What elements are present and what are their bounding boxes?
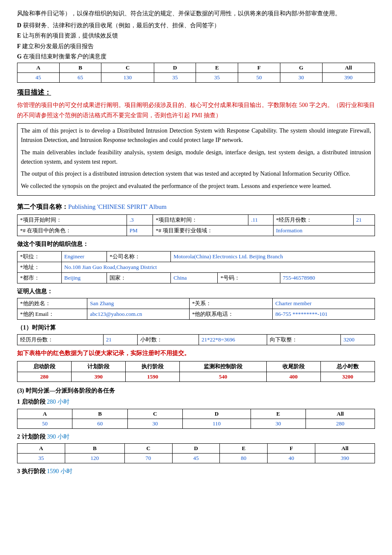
desc-line-4: We collected the synopsis on the project…	[21, 182, 371, 191]
p1-h-A: A	[17, 409, 72, 419]
project-desc-prompt: 你管理的项目中的可交付成果进行阐明。项目阐明必须涉及目的、核心可交付成果和项目输…	[17, 100, 375, 121]
months-label: *经历月份数：	[273, 215, 353, 225]
end-value: .11	[248, 215, 273, 225]
red-notice: 如下表格中的红色数据为了以便大家记录，实际注册时不用提交。	[17, 349, 375, 358]
item-F: F 建立和分发最后的项目报告	[17, 42, 375, 51]
val-B: 65	[59, 72, 101, 82]
p1-h-C: C	[127, 409, 182, 419]
desc-line-1: The aim of this project is to develop a …	[21, 126, 371, 145]
desc-line-2: The main deliverables include feasibilit…	[21, 148, 371, 167]
p2-v-D: 45	[172, 453, 220, 463]
summary-table: A B C D E F G All 45 65 130 35 35 50 30 …	[17, 63, 375, 83]
hours-calc-label: 小时数：	[137, 335, 199, 345]
val-F: 50	[238, 72, 280, 82]
p2-h-D: D	[172, 443, 220, 453]
p1-v-E: 30	[251, 419, 306, 428]
val-D: 35	[154, 72, 196, 82]
project-desc-title: 项目描述：	[17, 87, 375, 98]
phase-h-1: 启动阶段	[17, 361, 72, 372]
address-label: *地址：	[17, 262, 62, 272]
phase3-header: 3 执行阶段 1590 小时	[17, 467, 375, 476]
phase-v-5: 400	[266, 372, 320, 382]
end-label: *项目结束时间：	[153, 215, 248, 225]
val-G: 30	[280, 72, 322, 82]
industry-value: Information	[273, 225, 375, 236]
p2-h-B: B	[65, 443, 124, 453]
country-label: 国家：	[107, 272, 171, 283]
item-D: D 获得财务、法律和行政的项目收尾（例如，最后的支付、担保、合同签字）	[17, 21, 375, 30]
company-label: *公司名称：	[107, 251, 171, 262]
round-label: 向下取整：	[267, 335, 340, 345]
project-desc-box: The aim of this project is to develop a …	[17, 123, 375, 196]
col-All: All	[322, 63, 375, 72]
val-All: 390	[322, 72, 375, 82]
witness-email-value: abc123@yahoo.com.cn	[87, 309, 190, 319]
witness-info-table: *他的姓名： San Zhang *关系： Charter member *他的…	[17, 298, 375, 320]
org-info-table: *职位： Engineer *公司名称： Motorola(China) Ele…	[17, 251, 375, 283]
country-value: China	[171, 272, 218, 283]
zip-label: *号码：	[218, 272, 280, 283]
phase2-table: A B C D E F All 35 120 70 45 80 40 390	[17, 443, 375, 463]
phase-h-5: 收尾阶段	[266, 361, 320, 372]
address-value: No.108 Jian Guo Road,Chaoyang District	[61, 262, 375, 272]
phase-summary-table: 启动阶段 计划阶段 执行阶段 监测和控制阶段 收尾阶段 总小时数 280 390…	[17, 361, 375, 382]
witness-title: 证明人信息：	[17, 287, 375, 296]
top-paragraph: 风险和事件日记等），以保存组织的知识、符合法定的规定、并保证数据的可用性，以供将…	[17, 9, 375, 18]
col-D: D	[154, 63, 196, 72]
col-C: C	[101, 63, 154, 72]
val-E: 35	[196, 72, 238, 82]
company-value: Motorola(China) Electronics Ltd. Beijing…	[171, 251, 375, 262]
witness-name-label: *他的姓名：	[17, 298, 87, 309]
witness-phone-value: 86-755 *********-101	[273, 309, 375, 319]
col-B: B	[59, 63, 101, 72]
industry-label: *# 项目重要行业领域：	[153, 225, 273, 236]
p1-h-E: E	[251, 409, 306, 419]
p2-h-E: E	[220, 443, 268, 453]
position-value: Engineer	[61, 251, 107, 262]
phase-v-6: 3200	[320, 372, 375, 382]
p1-v-A: 50	[17, 419, 72, 428]
org-title: 做这个项目时的组织信息：	[17, 240, 375, 249]
p1-h-D: D	[183, 409, 251, 419]
phase2-header: 2 计划阶段 390 小时	[17, 432, 375, 442]
phase-v-4: 540	[180, 372, 266, 382]
project2-header: 第二个项目名称：Publishing 'CHINESE SPIRIT' Albu…	[17, 202, 375, 212]
col-G: G	[280, 63, 322, 72]
phase1-table: A B C D E All 50 60 30 110 30 280	[17, 409, 375, 429]
phase-v-3: 1590	[126, 372, 180, 382]
zip-value: 755-46578980	[280, 272, 375, 283]
p1-v-D: 110	[183, 419, 251, 428]
role-label: *# 在项目中的角色：	[17, 225, 127, 236]
round-value: 3200	[341, 335, 375, 345]
project2-name: Publishing 'CHINESE SPIRIT' Album	[68, 203, 167, 210]
phase-v-2: 390	[72, 372, 126, 382]
hours-calc-value: 21*22*8=3696	[199, 335, 267, 345]
desc-line-3: The output of this project is a distribu…	[21, 169, 371, 179]
city-value: Beijing	[61, 272, 107, 283]
position-label: *职位：	[17, 251, 62, 262]
p2-h-All: All	[315, 443, 375, 453]
p2-h-F: F	[268, 443, 315, 453]
phase1-header: 1 启动阶段 280 小时	[17, 397, 375, 407]
phase-h-6: 总小时数	[320, 361, 375, 372]
witness-phone-label: *他的联系电话：	[189, 309, 273, 319]
project2-info-table: *项目开始时间： .3 *项目结束时间： .11 *经历月份数： 21 *# 在…	[17, 214, 375, 236]
witness-email-label: *他的 Email：	[17, 309, 87, 319]
city-label: *都市：	[17, 272, 62, 283]
months-calc-value: 21	[103, 335, 137, 345]
p1-v-C: 30	[127, 419, 182, 428]
p1-h-B: B	[72, 409, 127, 419]
p2-v-B: 120	[65, 453, 124, 463]
p2-h-A: A	[17, 443, 65, 453]
months-value: 21	[353, 215, 375, 225]
item-G: G 在项目结束时衡量客户的满意度	[17, 52, 375, 61]
phase-h-3: 执行阶段	[126, 361, 180, 372]
phase-h-4: 监测和控制阶段	[180, 361, 266, 372]
p2-v-A: 35	[17, 453, 65, 463]
time-section-title: （1）时间计算	[17, 323, 375, 332]
p2-h-C: C	[124, 443, 172, 453]
months-calc-label: 经历月份数：	[17, 335, 104, 345]
val-A: 45	[17, 72, 60, 82]
item-E: E 让与所有的项目资源，提供续效反馈	[17, 31, 375, 40]
time-calc-table: 经历月份数： 21 小时数： 21*22*8=3696 向下取整： 3200	[17, 334, 375, 345]
